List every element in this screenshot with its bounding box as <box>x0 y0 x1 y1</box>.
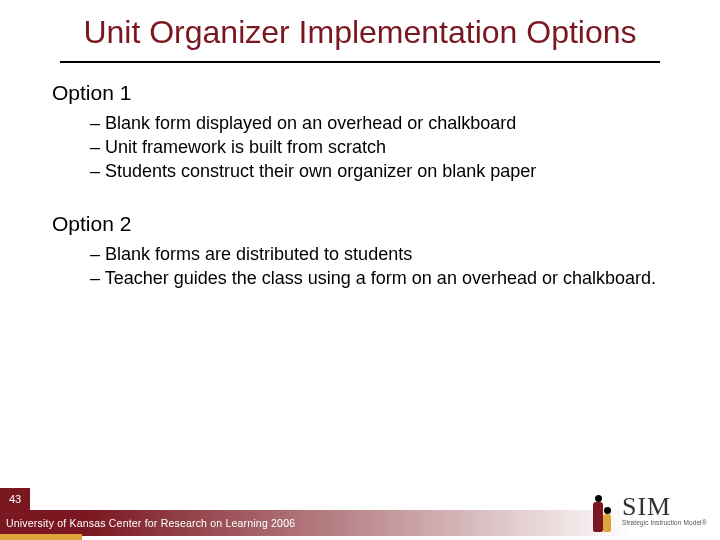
logo-main: SIM <box>622 494 707 520</box>
list-item: Teacher guides the class using a form on… <box>90 266 668 290</box>
page-number: 43 <box>0 488 30 510</box>
footer: 43 University of Kansas Center for Resea… <box>0 478 720 540</box>
sim-logo: SIM Strategic Instruction Model® <box>588 486 708 534</box>
list-item: Blank form displayed on an overhead or c… <box>90 111 668 135</box>
credit-text: University of Kansas Center for Research… <box>6 517 295 529</box>
slide-title: Unit Organizer Implementation Options <box>0 0 720 57</box>
slide-content: Option 1 Blank form displayed on an over… <box>0 81 720 290</box>
option1-bullets: Blank form displayed on an overhead or c… <box>52 111 668 184</box>
list-item: Students construct their own organizer o… <box>90 159 668 183</box>
title-rule <box>60 61 660 63</box>
accent-bar <box>0 534 82 540</box>
people-icon <box>588 487 618 533</box>
option1-heading: Option 1 <box>52 81 668 105</box>
logo-sub: Strategic Instruction Model® <box>622 520 707 527</box>
logo-text: SIM Strategic Instruction Model® <box>622 494 707 527</box>
option2-heading: Option 2 <box>52 212 668 236</box>
list-item: Blank forms are distributed to students <box>90 242 668 266</box>
option2-bullets: Blank forms are distributed to students … <box>52 242 668 291</box>
list-item: Unit framework is built from scratch <box>90 135 668 159</box>
slide: Unit Organizer Implementation Options Op… <box>0 0 720 540</box>
